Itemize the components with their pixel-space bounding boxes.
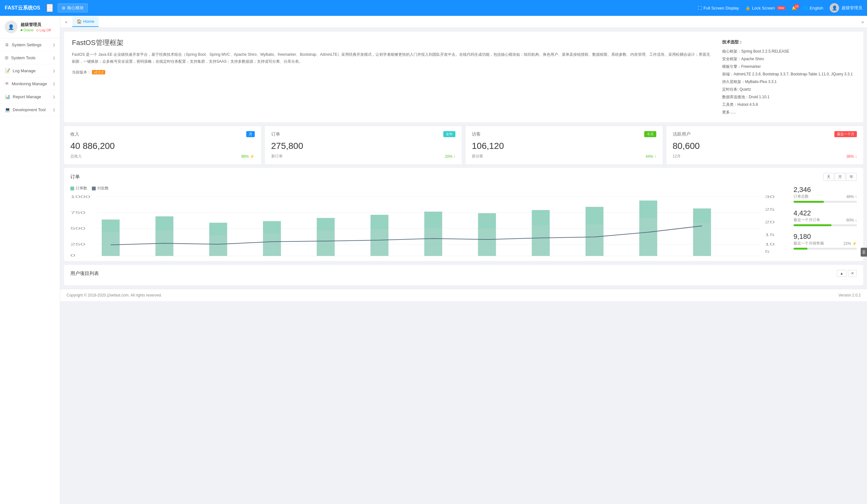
table-collapse-button[interactable]: ▲: [837, 270, 846, 277]
visitors-change: 44% ↑: [645, 154, 656, 159]
monitoring-icon: 👁: [5, 81, 9, 86]
revenue-change: 98% ⚡: [241, 154, 255, 159]
lock-screen-button[interactable]: 🔒 Lock Screen New: [745, 6, 785, 10]
orders-value: 275,800: [271, 141, 456, 151]
tech-title: 技术选型：: [722, 38, 855, 46]
svg-rect-23: [263, 234, 281, 256]
new-badge: New: [777, 6, 785, 10]
chart-year-button[interactable]: 年: [846, 173, 857, 181]
svg-rect-31: [478, 228, 496, 256]
revenue-label: 总收入: [70, 154, 82, 159]
svg-rect-39: [693, 223, 711, 256]
monthly-orders-label: 最近一个月订单: [793, 217, 820, 223]
chart-day-button[interactable]: 天: [823, 173, 834, 181]
monthly-sales-bar-fill: [793, 248, 807, 250]
svg-text:500: 500: [70, 227, 85, 230]
chevron-right-icon-monitoring: ❯: [53, 82, 55, 86]
monthly-orders-change: 60% ↓: [846, 218, 857, 222]
breadcrumb-bar: « 🏠 Home »: [60, 16, 867, 28]
right-accent[interactable]: 66: [861, 247, 867, 256]
orders-title: 订单: [271, 131, 280, 137]
system-settings-icon: 🖥: [5, 42, 9, 47]
module-button[interactable]: ⚙ 核心模块: [58, 3, 88, 12]
sidebar-collapse-button[interactable]: «: [63, 18, 69, 26]
chart-stat-total-orders: 2,346 订单总数 48% ↑: [793, 186, 857, 204]
status-online: Online: [21, 28, 34, 32]
chevron-right-icon-tools: ❯: [53, 56, 55, 60]
monthly-orders-bar-fill: [793, 224, 832, 226]
chart-legend: 订单数 付款数: [70, 186, 787, 191]
notification-count: 10: [794, 4, 799, 9]
monthly-orders-bar: [793, 224, 857, 226]
language-selector[interactable]: 🌐 English: [803, 6, 823, 10]
sidebar-user-info: 超级管理员 Online Log Off: [21, 22, 51, 32]
menu-item-report-manage-header[interactable]: 📊 Report Manage ❯: [0, 90, 60, 103]
user-menu[interactable]: 👤 超级管理员: [829, 3, 862, 13]
menu-item-system-settings-header[interactable]: 🖥 System Settings ❯: [0, 38, 60, 51]
chart-stat-monthly-orders: 4,422 最近一个月订单 60% ↓: [793, 209, 857, 228]
page-footer: Copyright © 2018-2020 j2eefast.com. All …: [60, 289, 867, 301]
chart-section: 订单 天 月 年 订单数 付款数: [64, 168, 863, 261]
full-screen-button[interactable]: ⛶ Full Screen Display: [698, 6, 739, 10]
svg-rect-21: [209, 235, 227, 256]
sidebar-menu: 🖥 System Settings ❯ ⊞ System Tools ❯: [0, 38, 60, 116]
menu-label-log-manage: Log Manage: [13, 68, 35, 73]
orders-label: 新订单: [271, 154, 283, 159]
total-orders-bar: [793, 201, 857, 203]
chart-title: 订单: [70, 174, 80, 180]
legend-payments: 付款数: [92, 186, 109, 191]
monthly-sales-num: 9,180: [793, 233, 857, 241]
tech-item-1: 核心框架：Spring Boot 2.2.5.RELEASE: [722, 47, 855, 55]
main-content: « 🏠 Home » FastOS管理框架 FastOS 是一个 Java EE…: [60, 16, 867, 504]
active-users-value: 80,600: [673, 141, 857, 151]
svg-rect-35: [586, 224, 604, 256]
chart-svg-container: 1000 750 500 250 0 30 25 20 15 10 5: [70, 194, 787, 258]
lock-icon: 🔒: [745, 6, 750, 10]
stat-card-active-users: 活跃用户 最近一个月 80,600 12月 38% ↓: [666, 126, 864, 164]
system-tools-icon: ⊞: [5, 55, 9, 60]
sidebar-user-area: 👤 超级管理员 Online Log Off: [0, 16, 60, 38]
menu-item-system-tools: ⊞ System Tools ❯: [0, 51, 60, 64]
chart-body: 订单数 付款数 1000 750 500 250: [70, 186, 857, 256]
table-section: 用户项目列表 ▲ ✕: [64, 265, 863, 285]
menu-item-system-tools-header[interactable]: ⊞ System Tools ❯: [0, 51, 60, 64]
logoff-button[interactable]: Log Off: [36, 28, 51, 32]
svg-rect-33: [532, 226, 550, 256]
fullscreen-icon: ⛶: [698, 6, 702, 10]
menu-item-monitoring-manage: 👁 Monitoring Manage ❯: [0, 77, 60, 90]
monthly-orders-num: 4,422: [793, 209, 857, 217]
legend-dot-orders: [70, 186, 74, 190]
legend-dot-payments: [92, 186, 96, 190]
tech-item-7: 数据库连接池：Druid 1.10.1: [722, 93, 855, 101]
tech-item-3: 模板引擎：Freemarker: [722, 63, 855, 70]
gear-icon: ⚙: [62, 6, 66, 10]
sidebar-username: 超级管理员: [21, 22, 51, 28]
home-tab[interactable]: 🏠 Home: [72, 17, 99, 27]
tech-item-2: 安全框架：Apache Shiro: [722, 55, 855, 63]
menu-item-log-manage-header[interactable]: 📝 Log Manage ❯: [0, 64, 60, 77]
expand-button[interactable]: »: [861, 19, 864, 24]
chevron-right-icon-log: ❯: [53, 69, 55, 73]
notifications-button[interactable]: 🔔 10: [792, 6, 797, 10]
svg-text:250: 250: [70, 243, 85, 246]
visitors-value: 106,120: [472, 141, 656, 151]
table-close-button[interactable]: ✕: [848, 270, 857, 277]
info-section: FastOS管理框架 FastOS 是一个 Java EE 企业级快速开发平台，…: [64, 32, 863, 122]
menu-item-development-tool-header[interactable]: 💻 Development Tool ❯: [0, 103, 60, 116]
menu-item-monitoring-manage-header[interactable]: 👁 Monitoring Manage ❯: [0, 77, 60, 90]
home-icon: 🏠: [77, 19, 82, 24]
version-line: 当前版本： v2.0.2: [72, 67, 713, 75]
active-users-badge: 最近一个月: [834, 131, 857, 137]
menu-item-log-manage: 📝 Log Manage ❯: [0, 64, 60, 77]
sidebar-avatar: 👤: [5, 21, 18, 33]
info-right: 技术选型： 核心框架：Spring Boot 2.2.5.RELEASE 安全框…: [722, 38, 855, 116]
total-orders-change: 48% ↑: [846, 194, 857, 199]
menu-label-report-manage: Report Manage: [13, 94, 41, 99]
total-orders-bar-fill: [793, 201, 824, 203]
language-icon: 🌐: [803, 6, 808, 10]
menu-toggle-button[interactable]: ☰: [46, 4, 53, 12]
sidebar-user-status: Online Log Off: [21, 28, 51, 32]
menu-item-system-settings: 🖥 System Settings ❯: [0, 38, 60, 51]
chart-month-button[interactable]: 月: [835, 173, 845, 181]
tech-item-8: 工具类：Hutool 4.5.8: [722, 101, 855, 108]
